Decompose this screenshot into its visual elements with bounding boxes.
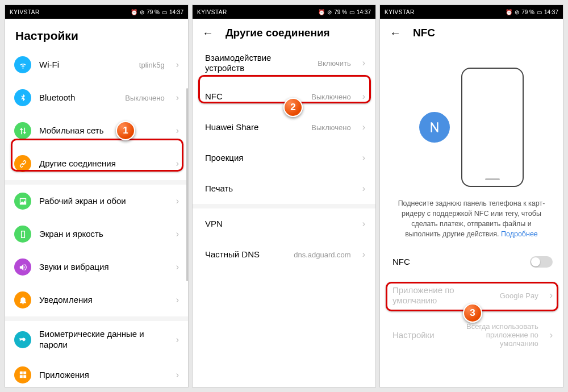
- header: ← NFC: [380, 19, 563, 45]
- nfc-toggle[interactable]: [530, 256, 553, 268]
- chevron-right-icon: ›: [550, 291, 553, 300]
- row-label: Другие соединения: [39, 159, 168, 169]
- row-nfc[interactable]: NFC Выключено ›: [193, 81, 375, 112]
- row-label: Частный DNS: [205, 249, 286, 260]
- learn-more-link[interactable]: Подробнее: [501, 230, 538, 238]
- row-private-dns[interactable]: Частный DNS dns.adguard.com ›: [193, 239, 375, 270]
- chevron-right-icon: ›: [176, 335, 179, 344]
- row-label: Печать: [205, 184, 354, 194]
- row-label: Рабочий экран и обои: [39, 196, 168, 206]
- chevron-right-icon: ›: [176, 60, 179, 69]
- bell-icon: [14, 291, 31, 308]
- row-label: Звуки и вибрация: [39, 262, 168, 272]
- row-nfc-toggle[interactable]: NFC: [380, 247, 563, 277]
- row-other-connections[interactable]: Другие соединения ›: [5, 147, 188, 180]
- chevron-right-icon: ›: [176, 93, 179, 102]
- row-label: Приложение по умолчанию: [392, 285, 492, 307]
- row-huawei-share[interactable]: Huawei Share Выключено ›: [193, 112, 375, 143]
- row-label: Проекция: [205, 153, 354, 163]
- page-title: NFC: [413, 27, 435, 39]
- status-bar: KYIVSTAR ⏰ ⊘ 79 % ▭ 14:37: [380, 5, 563, 19]
- row-label: VPN: [205, 219, 354, 229]
- row-display[interactable]: Экран и яркость ›: [5, 218, 188, 251]
- phone-outline-icon: [461, 68, 524, 187]
- row-apps[interactable]: Приложения ›: [5, 358, 188, 387]
- row-label: Настройки: [392, 330, 457, 340]
- chevron-right-icon: ›: [362, 250, 365, 259]
- chevron-right-icon: ›: [176, 262, 179, 272]
- back-arrow-icon[interactable]: ←: [389, 27, 402, 39]
- nfc-icon: [419, 112, 450, 143]
- row-value: Выключено: [125, 94, 164, 102]
- separator: [193, 204, 375, 208]
- wifi-icon: [14, 56, 31, 73]
- chevron-right-icon: ›: [362, 123, 365, 132]
- row-label: Биометрические данные и пароли: [39, 329, 168, 351]
- row-value: Выключено: [311, 123, 350, 132]
- row-nfc-settings[interactable]: Настройки Всегда использовать приложение…: [380, 314, 563, 356]
- dnd-icon: ⊘: [140, 9, 144, 15]
- row-value: tplink5g: [139, 61, 165, 69]
- row-value: Всегда использовать приложение по умолча…: [465, 322, 538, 348]
- status-bar: KYIVSTAR ⏰ ⊘ 79 % ▭ 14:37: [5, 5, 188, 19]
- row-label: Мобильная сеть: [39, 126, 168, 136]
- screen-nfc: KYIVSTAR ⏰ ⊘ 79 % ▭ 14:37 ← NFC Поднесит…: [379, 5, 563, 387]
- key-icon: [14, 331, 31, 348]
- row-print[interactable]: Печать ›: [193, 173, 375, 204]
- row-notifications[interactable]: Уведомления ›: [5, 283, 188, 316]
- row-value: Выключено: [311, 93, 350, 101]
- screen-settings: KYIVSTAR ⏰ ⊘ 79 % ▭ 14:37 Настройки Wi-F…: [5, 5, 189, 387]
- separator: [5, 180, 188, 185]
- chevron-right-icon: ›: [550, 331, 553, 340]
- chevron-right-icon: ›: [362, 219, 365, 228]
- row-label: Экран и яркость: [39, 229, 168, 239]
- chevron-right-icon: ›: [362, 153, 365, 162]
- header: ← Другие соединения: [193, 19, 375, 45]
- row-biometrics[interactable]: Биометрические данные и пароли ›: [5, 321, 188, 358]
- page-title: Другие соединения: [225, 27, 330, 39]
- row-default-app[interactable]: Приложение по умолчанию Google Pay ›: [380, 277, 563, 315]
- nfc-description: Поднесите заднюю панель телефона к карт-…: [380, 193, 563, 247]
- dnd-icon: ⊘: [327, 9, 332, 15]
- screen-other-connections: KYIVSTAR ⏰ ⊘ 79 % ▭ 14:37 ← Другие соеди…: [192, 5, 376, 387]
- row-label: Wi-Fi: [39, 60, 131, 70]
- chevron-right-icon: ›: [176, 230, 179, 239]
- chevron-right-icon: ›: [362, 92, 365, 101]
- dnd-icon: ⊘: [515, 9, 519, 15]
- link-icon: [14, 155, 31, 172]
- row-label: Уведомления: [39, 295, 168, 305]
- chevron-right-icon: ›: [362, 184, 365, 193]
- display-icon: [14, 226, 31, 243]
- row-label: Приложения: [39, 370, 168, 380]
- row-label: Huawei Share: [205, 122, 303, 132]
- back-arrow-icon[interactable]: ←: [202, 27, 214, 39]
- row-value: Включить: [318, 59, 350, 68]
- row-value: dns.adguard.com: [294, 251, 350, 259]
- nfc-illustration: [380, 45, 563, 193]
- row-vpn[interactable]: VPN ›: [193, 208, 375, 239]
- row-label: Взаимодействие устройств: [205, 53, 310, 73]
- wallpaper-icon: [14, 193, 31, 210]
- chevron-right-icon: ›: [176, 370, 179, 380]
- bluetooth-icon: [14, 89, 31, 106]
- row-bluetooth[interactable]: Bluetooth Выключено ›: [5, 81, 188, 114]
- separator: [5, 316, 188, 321]
- status-bar: KYIVSTAR ⏰ ⊘ 79 % ▭ 14:37: [193, 5, 375, 19]
- apps-icon: [14, 366, 31, 383]
- chevron-right-icon: ›: [176, 126, 179, 135]
- row-sound[interactable]: Звуки и вибрация ›: [5, 251, 188, 283]
- chevron-right-icon: ›: [176, 295, 179, 305]
- alarm-icon: ⏰: [131, 9, 137, 15]
- row-wifi[interactable]: Wi-Fi tplink5g ›: [5, 48, 188, 81]
- row-label: NFC: [392, 257, 522, 267]
- page-title: Настройки: [5, 19, 188, 48]
- chevron-right-icon: ›: [176, 159, 179, 168]
- alarm-icon: ⏰: [318, 9, 325, 15]
- sound-icon: [14, 258, 31, 276]
- row-projection[interactable]: Проекция ›: [193, 143, 375, 173]
- alarm-icon: ⏰: [506, 9, 512, 15]
- row-label: Bluetooth: [39, 93, 117, 103]
- row-wallpaper[interactable]: Рабочий экран и обои ›: [5, 185, 188, 218]
- row-device-interaction[interactable]: Взаимодействие устройств Включить ›: [193, 45, 375, 81]
- row-mobile-network[interactable]: Мобильная сеть ›: [5, 114, 188, 147]
